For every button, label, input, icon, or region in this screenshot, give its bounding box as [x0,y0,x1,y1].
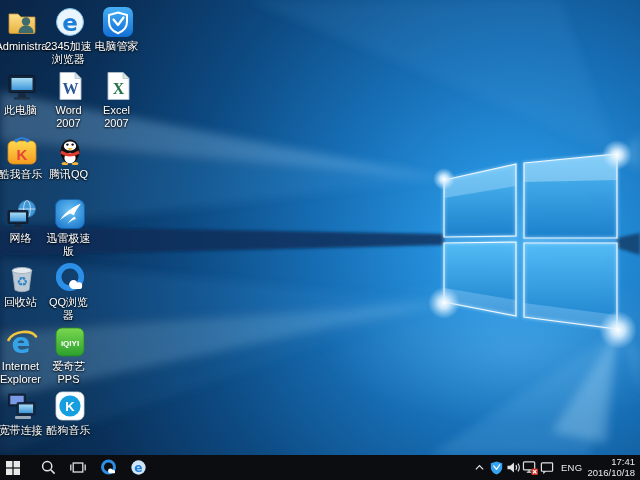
start-icon [6,461,20,475]
taskbar-2345-browser-button[interactable]: e [123,455,153,480]
excel-document-icon: X [102,70,134,102]
desktop-icon-xunlei[interactable]: 迅雷极速版 [48,198,92,257]
broadband-connection-icon [6,390,38,422]
desktop-icon-label: QQ浏览器 [44,296,94,321]
user-folder-icon [6,6,38,38]
svg-text:e: e [134,461,142,475]
qq-penguin-icon [54,134,86,166]
chevron-up-icon [474,462,485,473]
desktop-icon-recycle-bin[interactable]: ♻ 回收站 [0,262,44,309]
2345-browser-icon: e [130,459,147,476]
clock-time: 17:41 [587,457,635,468]
this-pc-monitor-icon [6,70,38,102]
tray-pc-manager-button[interactable] [488,455,505,480]
desktop-icon-label: 此电脑 [0,104,46,117]
windows-desktop-screen: Administra... e 2345加速浏览器 电脑管家 [0,0,640,480]
svg-text:K: K [65,399,75,414]
desktop-icon-2345-browser[interactable]: e 2345加速浏览器 [48,6,92,65]
desktop-icon-label: 腾讯QQ [44,168,94,181]
search-button[interactable] [33,455,63,480]
network-globe-monitor-icon [6,198,38,230]
taskbar-qq-browser-button[interactable] [93,455,123,480]
pc-manager-shield-icon [102,6,134,38]
speaker-icon [506,461,521,474]
desktop-icon-internet-explorer[interactable]: e Internet Explorer [0,326,44,385]
desktop-icon-label: 2345加速浏览器 [44,40,94,65]
desktop-icon-label: 电脑管家 [92,40,142,53]
language-indicator[interactable]: ENG [556,462,588,473]
desktop-icon-label: 迅雷极速版 [44,232,94,257]
desktop-icon-label: 酷狗音乐 [44,424,94,437]
svg-text:W: W [63,80,79,97]
desktop-icon-iqiyi-pps[interactable]: iQIYI 爱奇艺PPS [48,326,92,385]
desktop-icon-administrator[interactable]: Administra... [0,6,44,53]
action-center-icon [540,461,554,475]
xunlei-bird-icon [54,198,86,230]
desktop-icon-label: Administra... [0,40,46,53]
svg-text:K: K [17,146,28,163]
qq-browser-ring-cloud-icon [54,262,86,294]
kuwo-music-box-icon: K [6,134,38,166]
start-button[interactable] [0,455,26,480]
desktop-icon-label: Word 2007 [44,104,94,129]
desktop-icon-word-2007[interactable]: W Word 2007 [48,70,92,129]
desktop-icon-label: 爱奇艺PPS [44,360,94,385]
system-tray: ENG 17:41 2016/10/18 [471,455,640,480]
desktop-icon-label: 酷我音乐 [0,168,46,181]
clock-date: 2016/10/18 [587,468,635,479]
taskbar-clock[interactable]: 17:41 2016/10/18 [587,457,640,478]
desktop-icon-area: Administra... e 2345加速浏览器 电脑管家 [0,0,640,455]
desktop-icon-label: Excel 2007 [92,104,142,129]
task-view-icon [70,461,86,474]
desktop-icon-pc-manager[interactable]: 电脑管家 [96,6,140,53]
desktop-icon-excel-2007[interactable]: X Excel 2007 [96,70,140,129]
svg-text:iQIYI: iQIYI [61,339,79,348]
desktop-icon-label: Internet Explorer [0,360,46,385]
svg-text:e: e [62,10,78,36]
pc-manager-tray-shield-icon [490,461,503,475]
tray-action-center-button[interactable] [539,455,556,480]
iqiyi-pps-icon: iQIYI [54,326,86,358]
svg-text:X: X [113,80,125,97]
network-disconnected-icon [522,460,538,475]
tray-network-button[interactable] [522,455,539,480]
2345-browser-icon: e [54,6,86,38]
desktop-icon-label: 网络 [0,232,46,245]
taskbar: e [0,455,640,480]
desktop-icon-this-pc[interactable]: 此电脑 [0,70,44,117]
tray-chevron-button[interactable] [471,455,488,480]
desktop-icon-label: 回收站 [0,296,46,309]
word-document-icon: W [54,70,86,102]
search-icon [41,460,56,475]
desktop-icon-tencent-qq[interactable]: 腾讯QQ [48,134,92,181]
svg-text:♻: ♻ [16,274,28,289]
desktop-icon-network[interactable]: 网络 [0,198,44,245]
tray-volume-button[interactable] [505,455,522,480]
desktop-icon-label: 宽带连接 [0,424,46,437]
kugou-music-icon: K [54,390,86,422]
ie-icon: e [6,326,38,358]
desktop-icon-kuwo-music[interactable]: K 酷我音乐 [0,134,44,181]
task-view-button[interactable] [63,455,93,480]
qq-browser-icon [100,459,117,476]
desktop-icon-kugou-music[interactable]: K 酷狗音乐 [48,390,92,437]
recycle-bin-icon: ♻ [6,262,38,294]
desktop-icon-qq-browser[interactable]: QQ浏览器 [48,262,92,321]
desktop-icon-broadband-connection[interactable]: 宽带连接 [0,390,44,437]
